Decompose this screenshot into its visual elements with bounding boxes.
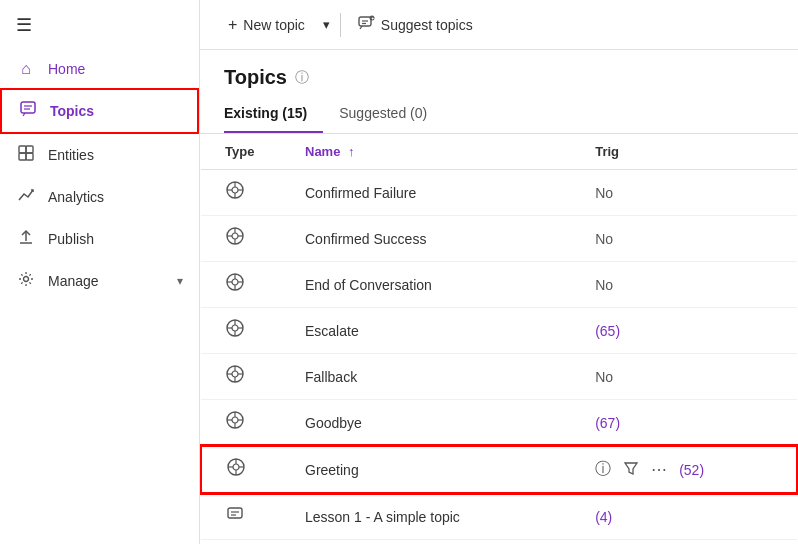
new-topic-button[interactable]: + New topic: [216, 10, 317, 40]
col-name-label: Name: [305, 144, 340, 159]
hamburger-button[interactable]: ☰: [0, 0, 199, 50]
row-name-cell: Confirmed Success: [281, 216, 571, 262]
svg-point-9: [24, 277, 29, 282]
sidebar-item-publish-label: Publish: [48, 231, 94, 247]
table-row[interactable]: Confirmed Success No: [201, 216, 797, 262]
sidebar: ☰ ⌂ Home Topics Entities: [0, 0, 200, 544]
row-trigger-cell: No: [571, 170, 797, 216]
sidebar-item-analytics[interactable]: Analytics: [0, 176, 199, 218]
row-type-cell: [201, 216, 281, 262]
row-name-cell: Confirmed Failure: [281, 170, 571, 216]
page-title: Topics: [224, 66, 287, 89]
sort-arrow-icon: ↑: [348, 144, 355, 159]
suggest-topics-button[interactable]: ✦ Suggest topics: [345, 8, 485, 41]
row-type-cell: [201, 262, 281, 308]
row-actions-cell: ⓘ ⋯ (52): [571, 446, 797, 493]
page-header: Topics ⓘ: [200, 50, 798, 97]
row-trigger-cell: (4): [571, 493, 797, 540]
tab-existing[interactable]: Existing (15): [224, 97, 323, 133]
row-trigger-cell: No: [571, 216, 797, 262]
new-topic-dropdown-button[interactable]: ▾: [317, 11, 336, 38]
row-type-cell: [201, 400, 281, 447]
svg-rect-58: [228, 508, 242, 518]
svg-rect-5: [19, 153, 26, 160]
svg-point-28: [232, 279, 238, 285]
new-topic-label: New topic: [243, 17, 304, 33]
dropdown-chevron-icon: ▾: [323, 17, 330, 32]
row-name-cell: Escalate: [281, 308, 571, 354]
row-type-cell: [201, 354, 281, 400]
svg-point-34: [232, 325, 238, 331]
row-more-icon[interactable]: ⋯: [651, 460, 667, 479]
sidebar-item-publish[interactable]: Publish: [0, 218, 199, 260]
row-trigger-num: (52): [679, 462, 704, 478]
sidebar-item-analytics-label: Analytics: [48, 189, 104, 205]
row-trigger-cell: (65): [571, 308, 797, 354]
page-info-icon[interactable]: ⓘ: [295, 69, 309, 87]
svg-point-16: [232, 187, 238, 193]
plus-icon: +: [228, 16, 237, 34]
row-trigger-cell: No: [571, 262, 797, 308]
sidebar-item-entities[interactable]: Entities: [0, 134, 199, 176]
row-name-cell: End of Conversation: [281, 262, 571, 308]
col-type: Type: [201, 134, 281, 170]
toolbar: + New topic ▾ ✦ Suggest topics: [200, 0, 798, 50]
sidebar-item-manage[interactable]: Manage ▾: [0, 260, 199, 302]
topics-icon: [18, 100, 38, 122]
row-name-cell: Fallback: [281, 354, 571, 400]
system-topic-icon: [225, 322, 245, 342]
table-row-greeting[interactable]: Greeting ⓘ ⋯ (52): [201, 446, 797, 493]
svg-point-40: [232, 371, 238, 377]
sidebar-item-topics[interactable]: Topics: [0, 88, 199, 134]
table-row[interactable]: Fallback No: [201, 354, 797, 400]
tab-suggested[interactable]: Suggested (0): [339, 97, 443, 133]
sidebar-item-home-label: Home: [48, 61, 85, 77]
system-topic-icon: [225, 368, 245, 388]
manage-icon: [16, 270, 36, 292]
row-info-icon[interactable]: ⓘ: [595, 459, 611, 480]
svg-rect-3: [19, 146, 26, 153]
sidebar-item-manage-label: Manage: [48, 273, 99, 289]
main-content: + New topic ▾ ✦ Suggest topics Topics: [200, 0, 798, 544]
row-trigger-cell: (67): [571, 400, 797, 447]
row-type-cell: [201, 446, 281, 493]
table-row[interactable]: Escalate (65): [201, 308, 797, 354]
user-topic-icon: [225, 508, 245, 528]
toolbar-divider: [340, 13, 341, 37]
suggest-icon: ✦: [357, 14, 375, 35]
hamburger-icon: ☰: [16, 15, 32, 35]
entities-icon: [16, 144, 36, 166]
col-trigger: Trig: [571, 134, 797, 170]
analytics-icon: [16, 186, 36, 208]
system-topic-icon: [225, 230, 245, 250]
manage-chevron-icon: ▾: [177, 274, 183, 288]
publish-icon: [16, 228, 36, 250]
table-row[interactable]: Lesson 1 - A simple topic (4): [201, 493, 797, 540]
row-name-cell: Greeting: [281, 446, 571, 493]
suggest-topics-label: Suggest topics: [381, 17, 473, 33]
row-type-cell: [201, 170, 281, 216]
svg-rect-0: [21, 102, 35, 113]
system-topic-icon: [226, 461, 246, 481]
svg-point-52: [233, 464, 239, 470]
row-trigger-cell: No: [571, 354, 797, 400]
row-filter-icon[interactable]: [623, 460, 639, 480]
row-name-cell: Lesson 1 - A simple topic: [281, 493, 571, 540]
table-header-row: Type Name ↑ Trig: [201, 134, 797, 170]
tabs-container: Existing (15) Suggested (0): [200, 97, 798, 134]
topics-table-container: Type Name ↑ Trig: [200, 134, 798, 544]
table-row[interactable]: Goodbye (67): [201, 400, 797, 447]
row-name-cell: Goodbye: [281, 400, 571, 447]
sidebar-item-entities-label: Entities: [48, 147, 94, 163]
system-topic-icon: [225, 414, 245, 434]
col-name[interactable]: Name ↑: [281, 134, 571, 170]
sidebar-item-home[interactable]: ⌂ Home: [0, 50, 199, 88]
topics-table: Type Name ↑ Trig: [200, 134, 798, 540]
svg-rect-6: [26, 153, 33, 160]
table-row[interactable]: End of Conversation No: [201, 262, 797, 308]
svg-point-46: [232, 417, 238, 423]
row-actions: ⓘ ⋯ (52): [595, 459, 772, 480]
table-row[interactable]: Confirmed Failure No: [201, 170, 797, 216]
row-type-cell: [201, 308, 281, 354]
system-topic-icon: [225, 276, 245, 296]
